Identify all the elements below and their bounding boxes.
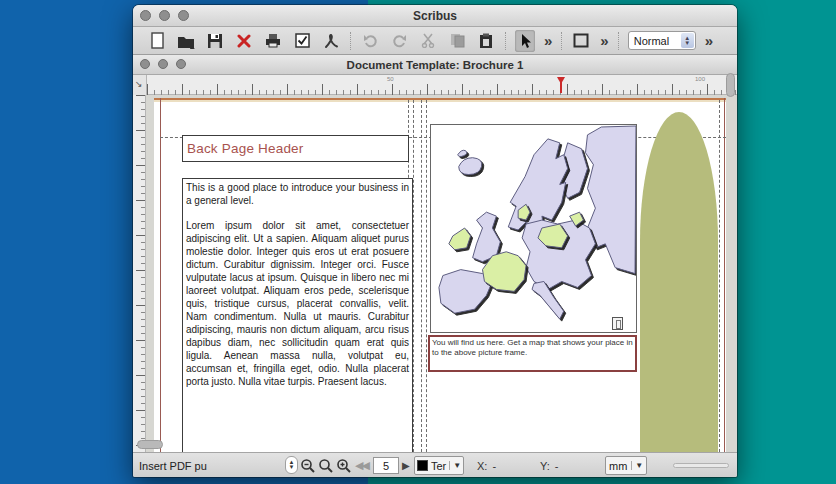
copy-icon xyxy=(450,33,465,48)
printer-icon xyxy=(265,33,281,48)
map-scandinavia xyxy=(508,139,567,232)
header-text-frame[interactable]: Back Page Header xyxy=(182,135,409,162)
y-coordinate-label: Y: xyxy=(540,460,550,472)
toolbar-overflow-chevron[interactable]: » xyxy=(544,33,552,48)
fold-guide xyxy=(413,100,414,452)
scissors-icon xyxy=(421,33,435,48)
caption-text: You will find us here. Get a map that sh… xyxy=(432,338,633,357)
cursor-arrow-icon xyxy=(519,33,532,49)
body-paragraph: Lorem ipsum dolor sit amet, consectetuer… xyxy=(186,219,409,388)
zoom-in-icon[interactable] xyxy=(336,458,352,474)
ruler-origin-box[interactable] xyxy=(133,75,147,95)
document-title: Document Template: Brochure 1 xyxy=(133,55,737,74)
open-folder-icon xyxy=(177,33,195,49)
caption-text-frame[interactable]: You will find us here. Get a map that sh… xyxy=(428,335,637,372)
next-page-button[interactable]: ▶ xyxy=(402,453,410,477)
ruler-position-marker xyxy=(557,77,565,84)
redo-icon xyxy=(392,34,407,48)
unit-value: mm xyxy=(609,460,627,472)
open-button[interactable] xyxy=(176,30,196,52)
insert-frame-button[interactable] xyxy=(571,30,591,52)
select-item-button[interactable] xyxy=(515,30,535,52)
map-image-frame[interactable] xyxy=(430,124,637,333)
page-edge-guide-left xyxy=(160,98,161,452)
map-italy xyxy=(532,281,564,319)
document-canvas[interactable]: Back Page Header This is a good place to… xyxy=(133,95,737,452)
print-button[interactable] xyxy=(263,30,283,52)
toolbar-separator xyxy=(505,32,506,50)
new-document-icon xyxy=(150,32,165,49)
cut-button[interactable] xyxy=(418,30,438,52)
new-document-button[interactable] xyxy=(147,30,167,52)
undo-button[interactable] xyxy=(360,30,380,52)
paste-button[interactable] xyxy=(476,30,496,52)
vertical-scrollbar-thumb[interactable] xyxy=(726,73,735,97)
map-ireland-highlight xyxy=(449,228,471,250)
fold-guide xyxy=(426,100,427,452)
preflight-verifier-button[interactable] xyxy=(292,30,312,52)
main-toolbar: » » Normal ▲▼ » xyxy=(133,27,737,55)
body-text-frame[interactable]: This is a good place to introduce your b… xyxy=(182,178,413,452)
y-coordinate-value: - xyxy=(555,460,559,472)
toolbar-separator xyxy=(350,32,351,50)
unit-selector[interactable]: mm ▼ xyxy=(605,456,647,475)
chevron-down-icon: ▼ xyxy=(631,461,643,470)
close-document-button[interactable] xyxy=(234,30,254,52)
chevron-down-icon: ▼ xyxy=(449,461,461,470)
zoom-reset-icon[interactable] xyxy=(318,458,334,474)
ruler-label: 50 xyxy=(387,76,394,82)
previous-page-buttons[interactable]: ◀◀ xyxy=(355,453,368,477)
save-button[interactable] xyxy=(205,30,225,52)
pdf-annotation-icon[interactable] xyxy=(612,317,623,330)
page-number-field[interactable]: 5 xyxy=(373,457,399,474)
europe-map-image xyxy=(431,125,636,332)
copy-button[interactable] xyxy=(447,30,467,52)
toolbar-overflow-chevron[interactable]: » xyxy=(600,33,608,48)
scribus-window: Scribus xyxy=(133,5,737,477)
vertical-ruler[interactable] xyxy=(133,95,146,452)
layer-color-swatch xyxy=(417,460,428,471)
toolbar-separator xyxy=(561,32,562,50)
statusbar-message: Insert PDF pu xyxy=(139,453,207,477)
clipboard-icon xyxy=(479,33,493,49)
save-floppy-icon xyxy=(207,33,223,49)
app-titlebar[interactable]: Scribus xyxy=(133,5,737,27)
intro-paragraph: This is a good place to introduce your b… xyxy=(186,181,409,207)
map-islet xyxy=(458,150,467,156)
green-dome-shape[interactable] xyxy=(640,112,718,452)
redo-button[interactable] xyxy=(389,30,409,52)
map-russia xyxy=(585,126,636,274)
zoom-out-icon[interactable] xyxy=(300,458,316,474)
horizontal-ruler[interactable]: 50 100 xyxy=(147,75,737,95)
view-mode-dropdown[interactable]: Normal ▲▼ xyxy=(628,31,696,50)
layer-selector[interactable]: Ter ▼ xyxy=(414,456,464,475)
ruler-ticks xyxy=(136,95,145,452)
horizontal-scrollbar-thumb[interactable] xyxy=(137,440,163,449)
layer-name: Ter xyxy=(431,460,446,472)
frame-icon xyxy=(573,33,589,48)
ruler-label: 100 xyxy=(695,76,705,82)
margin-guide-right xyxy=(719,100,720,452)
app-title: Scribus xyxy=(133,5,737,26)
undo-icon xyxy=(363,34,378,48)
page-edge-guide-right xyxy=(724,98,725,452)
progress-groove xyxy=(673,463,729,468)
checkbox-check-icon xyxy=(295,33,310,48)
x-coordinate-label: X: xyxy=(477,460,487,472)
document-titlebar[interactable]: Document Template: Brochure 1 xyxy=(133,55,737,75)
toolbar-separator xyxy=(618,32,619,50)
close-x-icon xyxy=(237,34,251,48)
pdf-icon xyxy=(324,33,339,49)
fold-guide xyxy=(421,100,422,452)
save-as-pdf-button[interactable] xyxy=(321,30,341,52)
toolbar-overflow-chevron[interactable]: » xyxy=(705,33,713,48)
x-coordinate-value: - xyxy=(492,460,496,472)
horizontal-ruler-row: 50 100 xyxy=(133,75,737,95)
statusbar: Insert PDF pu ▲▼ ◀◀ 5 ▶ Ter ▼ X: - Y: - … xyxy=(133,452,737,477)
map-iceland xyxy=(459,158,482,175)
view-mode-value: Normal xyxy=(634,35,669,47)
zoom-stepper[interactable]: ▲▼ xyxy=(285,456,298,474)
ruler-ticks xyxy=(147,84,737,95)
dropdown-stepper-icon[interactable]: ▲▼ xyxy=(681,33,694,48)
header-text: Back Page Header xyxy=(187,141,304,156)
